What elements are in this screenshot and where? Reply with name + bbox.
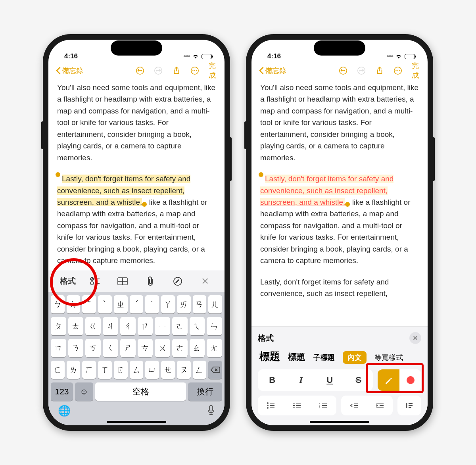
key[interactable]: ㄨ [155,339,170,357]
done-button[interactable]: 完成 [412,66,420,75]
key[interactable]: ㄤ [207,339,222,357]
note-paragraph-sel: Lastly, don't forget items for safety an… [260,173,419,267]
underline-button[interactable]: U [315,369,344,391]
return-key[interactable]: 換行 [188,382,222,401]
style-mono[interactable]: 等寬樣式 [374,353,403,362]
key[interactable]: ㄡ [177,361,191,379]
text-style-row[interactable]: 標題 標題 子標題 內文 等寬樣式 [258,350,421,364]
more-icon[interactable] [190,66,199,75]
format-group-inline: B I U S [258,369,373,391]
key[interactable]: ㄇ [51,339,66,357]
svg-point-19 [397,70,398,71]
key[interactable]: ㄋ [68,339,84,357]
key[interactable]: ㄓ [114,295,128,313]
svg-text:3: 3 [319,407,321,409]
style-body[interactable]: 內文 [343,351,367,364]
key[interactable]: ˋ [98,295,112,313]
key[interactable]: ㄔ [120,317,136,335]
key[interactable]: ㄝ [161,361,175,379]
markup-icon[interactable] [170,273,186,289]
key[interactable]: ㄒ [98,361,112,379]
close-icon[interactable]: ✕ [409,332,421,344]
selection-handle-start[interactable] [259,172,263,177]
mic-icon[interactable] [207,405,215,417]
back-button[interactable]: 備忘錄 [259,66,286,75]
key[interactable]: ㄙ [130,361,144,379]
format-button[interactable]: 格式 [60,273,76,289]
selection-handle-end[interactable] [345,202,350,207]
key[interactable]: ˇ [82,295,96,313]
key[interactable]: ㄞ [177,295,191,313]
blockquote-icon[interactable] [397,396,421,415]
key[interactable]: ˊ [130,295,144,313]
more-icon[interactable] [393,66,402,75]
italic-button[interactable]: I [287,369,316,391]
key[interactable]: ㄗ [138,317,153,335]
selection-handle-end[interactable] [142,202,147,207]
key[interactable]: ㄐ [103,317,118,335]
key[interactable]: ㄉ [67,295,81,313]
svg-point-4 [194,70,195,71]
key[interactable]: ˙ [145,295,159,313]
wifi-icon [192,54,199,59]
style-subheading[interactable]: 子標題 [313,353,335,362]
home-indicator[interactable] [310,421,369,423]
share-icon[interactable] [172,66,181,75]
table-icon[interactable] [115,273,131,289]
note-content[interactable]: You'll also need some tools and equipmen… [251,80,428,326]
attachment-icon[interactable] [142,273,158,289]
emoji-key[interactable]: ☺ [75,382,93,401]
key[interactable]: ㄩ [145,361,159,379]
key[interactable]: ㄑ [103,339,118,357]
key[interactable]: ㄟ [190,317,205,335]
done-button[interactable]: 完成 [209,66,217,75]
key[interactable]: ㄘ [138,339,153,357]
share-icon[interactable] [375,66,384,75]
globe-icon[interactable]: 🌐 [58,405,71,417]
status-time: 4:16 [64,52,78,60]
key[interactable]: ㄧ [155,317,170,335]
number-list-icon[interactable]: 123 [310,396,336,415]
undo-icon[interactable] [136,66,144,75]
key[interactable]: ㄢ [193,295,207,313]
key[interactable]: ㄆ [51,317,66,335]
key[interactable]: ㄎ [85,339,101,357]
dash-list-icon[interactable] [284,396,310,415]
list-group: 123 [258,396,336,415]
key[interactable]: ㄣ [207,317,222,335]
close-icon[interactable]: ✕ [197,273,213,289]
selection-handle-start[interactable] [56,172,60,177]
key[interactable]: ㄕ [120,339,136,357]
checklist-icon[interactable] [87,273,103,289]
key[interactable]: ㄏ [82,361,96,379]
svg-point-20 [399,70,400,71]
undo-icon[interactable] [339,66,347,75]
key[interactable]: ㄊ [68,317,84,335]
bold-button[interactable]: B [258,369,287,391]
indent-icon[interactable] [367,396,393,415]
note-content[interactable]: You'll also need some tools and equipmen… [48,80,225,270]
svg-point-5 [196,70,197,71]
key-row-4: ㄈㄌㄏㄒㄖㄙㄩㄝㄡㄥ [51,361,222,379]
key[interactable]: ㄛ [172,317,188,335]
space-key[interactable]: 空格 [95,382,186,401]
backspace-key[interactable] [208,361,222,379]
key[interactable]: ㄖ [114,361,128,379]
key[interactable]: ㄠ [190,339,205,357]
key[interactable]: ㄥ [193,361,207,379]
bullet-list-icon[interactable] [258,396,284,415]
key[interactable]: ㄈ [51,361,65,379]
key[interactable]: ㄍ [85,317,101,335]
back-button[interactable]: 備忘錄 [56,66,83,75]
outdent-icon[interactable] [341,396,367,415]
keyboard[interactable]: ㄅㄉˇˋㄓˊ˙ㄚㄞㄢㄦ ㄆㄊㄍㄐㄔㄗㄧㄛㄟㄣ ㄇㄋㄎㄑㄕㄘㄨㄜㄠㄤ ㄈㄌㄏㄒㄖㄙ… [48,292,225,425]
home-indicator[interactable] [107,421,166,423]
key[interactable]: ㄦ [208,295,222,313]
style-title[interactable]: 標題 [259,350,280,363]
key[interactable]: ㄌ [67,361,81,379]
num-key[interactable]: 123 [51,382,73,401]
key[interactable]: ㄅ [51,295,65,313]
style-heading[interactable]: 標題 [288,351,305,363]
key[interactable]: ㄚ [161,295,175,313]
key[interactable]: ㄜ [172,339,188,357]
